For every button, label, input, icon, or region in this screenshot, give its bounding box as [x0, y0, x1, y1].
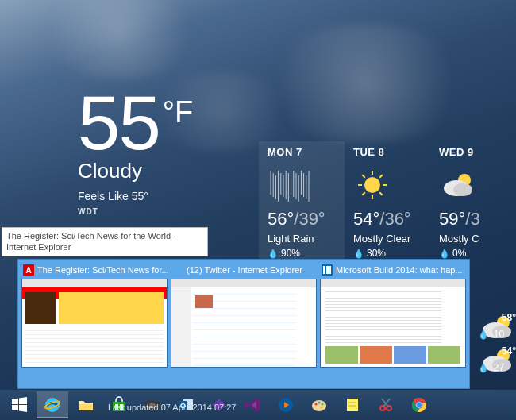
taskbar-info-text: Last updated 07 April 2014 07:27 [108, 403, 236, 412]
svg-marker-43 [19, 405, 27, 412]
snip-icon [376, 395, 395, 414]
data-attribution: WDT [78, 207, 193, 216]
svg-point-62 [322, 403, 324, 406]
favicon-icon [322, 264, 333, 276]
weather-icon [353, 166, 424, 204]
svg-point-60 [315, 403, 318, 406]
taskbar-tooltip: The Register: Sci/Tech News for the Worl… [2, 227, 208, 256]
weather-icon [268, 166, 338, 204]
droplet-icon: 💧 [478, 363, 489, 373]
svg-line-22 [362, 175, 365, 178]
hourly-row: 54° [478, 343, 516, 359]
svg-line-24 [379, 175, 383, 178]
paint-button[interactable] [303, 391, 335, 418]
day-hilo: 54°/36° [353, 209, 424, 229]
explorer-button[interactable] [70, 391, 102, 418]
notes-icon [343, 395, 362, 414]
preview-title: (12) Twitter - Internet Explorer [187, 265, 302, 275]
weather-icon [439, 166, 510, 204]
weather-icon [478, 310, 497, 326]
forecast-day[interactable]: WED 9 59°/3 Mostly C 💧0% [430, 141, 516, 267]
chrome-icon [410, 395, 429, 414]
day-condition: Light Rain [268, 233, 338, 245]
preview-thumbnail[interactable]: (12) Twitter - Internet Explorer [171, 263, 317, 368]
folder-icon [76, 395, 95, 414]
forecast-row: MON 7 56°/39° Light Rain 💧90% TUE 8 54°/… [259, 141, 516, 267]
preview-title: The Register: Sci/Tech News for... [37, 265, 168, 275]
droplet-icon: 💧 [439, 249, 450, 259]
vs-button[interactable] [237, 391, 268, 418]
preview-title: Microsoft Build 2014: what hap... [336, 265, 463, 275]
svg-line-18 [379, 192, 383, 195]
snip-button[interactable] [370, 391, 402, 418]
svg-line-20 [362, 192, 365, 195]
preview-thumbnail[interactable]: Microsoft Build 2014: what hap... [320, 263, 466, 368]
favicon-icon [172, 264, 183, 276]
svg-rect-37 [323, 266, 325, 274]
svg-marker-42 [12, 405, 18, 410]
weather-icon [478, 343, 497, 359]
svg-point-73 [417, 403, 422, 407]
droplet-icon: 💧 [478, 329, 489, 340]
svg-marker-40 [12, 399, 18, 404]
taskbar: Last updated 07 April 2014 07:27O [0, 390, 516, 420]
hourly-extras: 58°💧1054°💧27 [478, 310, 516, 376]
day-label: TUE 8 [353, 146, 424, 158]
feels-like: Feels Like 55° [78, 190, 193, 202]
taskbar-preview-panel: AThe Register: Sci/Tech News for... (12)… [17, 259, 470, 389]
day-hilo: 56°/39° [268, 209, 338, 229]
day-precip: 💧90% [268, 248, 338, 259]
svg-rect-53 [149, 399, 153, 402]
svg-rect-39 [329, 266, 331, 274]
media-button[interactable] [270, 391, 302, 418]
ie-button[interactable] [37, 391, 68, 418]
vs-icon [243, 395, 262, 414]
start-button[interactable] [3, 391, 35, 418]
svg-marker-41 [19, 397, 27, 404]
ie-icon [43, 395, 62, 414]
notes-button[interactable] [337, 391, 368, 418]
preview-image [320, 279, 466, 368]
droplet-icon: 💧 [353, 249, 364, 259]
day-precip: 💧0% [439, 248, 510, 259]
droplet-icon: 💧 [268, 249, 279, 259]
svg-point-63 [321, 407, 323, 409]
svg-rect-64 [347, 399, 358, 411]
favicon-icon: A [23, 264, 34, 276]
windows-icon [10, 395, 29, 414]
paint-icon [310, 395, 329, 414]
day-hilo: 59°/3 [439, 209, 510, 229]
hourly-row: 58° [478, 310, 516, 326]
temperature-value: 55 [78, 89, 160, 157]
media-icon [276, 395, 295, 414]
condition-text: Cloudy [78, 159, 193, 183]
svg-point-16 [364, 177, 380, 193]
day-precip: 💧30% [353, 248, 424, 259]
day-condition: Mostly Clear [353, 233, 424, 245]
preview-thumbnail[interactable]: AThe Register: Sci/Tech News for... [21, 263, 168, 368]
svg-point-61 [318, 402, 321, 404]
preview-image [21, 279, 168, 368]
temperature-unit: °F [163, 95, 193, 129]
forecast-day[interactable]: TUE 8 54°/36° Mostly Clear 💧30% [345, 141, 430, 267]
day-label: WED 9 [439, 146, 510, 158]
preview-image [171, 279, 317, 368]
day-label: MON 7 [268, 146, 338, 158]
day-condition: Mostly C [439, 233, 510, 245]
svg-text:A: A [25, 266, 31, 275]
svg-rect-38 [326, 266, 329, 274]
svg-point-27 [453, 183, 472, 196]
forecast-day[interactable]: MON 7 56°/39° Light Rain 💧90% [259, 141, 345, 267]
current-weather: 55 °F Cloudy Feels Like 55° WDT [78, 89, 193, 216]
chrome-button[interactable] [403, 391, 435, 418]
